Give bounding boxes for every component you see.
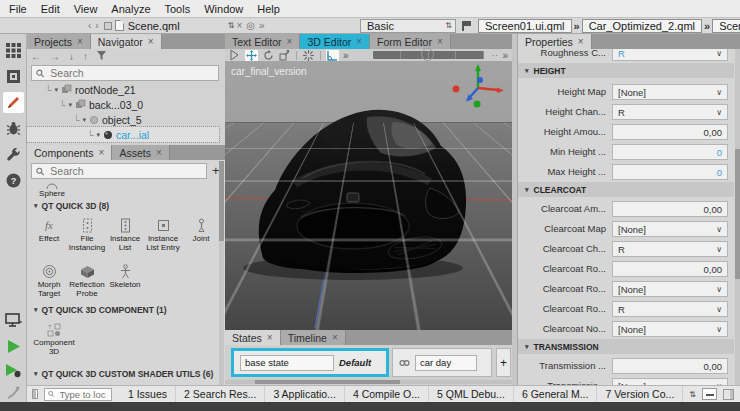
transmission-map-dropdown[interactable]: [None] ∨ [612,378,728,385]
output-pane-general-messages[interactable]: 6 General M... [514,386,598,402]
close-icon[interactable]: × [99,147,105,158]
snap-angle-icon[interactable] [326,50,339,61]
tree-item-car-material[interactable]: └ ▾ car...ial [27,127,219,142]
car-day-state-name-field[interactable] [415,355,477,371]
close-icon[interactable]: × [267,332,273,343]
back-icon[interactable]: ‹ [86,20,93,31]
locator-input[interactable] [58,388,108,401]
output-pane-application-output[interactable]: 3 Applicatio... [265,386,344,402]
car-model[interactable] [225,62,512,330]
slider-knob[interactable] [421,48,434,61]
close-icon[interactable]: × [148,36,154,47]
max-height-field[interactable]: 0 [612,164,728,180]
component-item-morph-target[interactable]: Morph Target [30,263,68,298]
axis-gizmo[interactable] [453,64,505,108]
debug-run-button[interactable] [3,360,24,381]
toolbar-overflow-icon[interactable]: » [343,50,350,61]
tab-timeline[interactable]: Timeline × [281,330,346,345]
move-tool-icon[interactable] [245,50,258,61]
tab-properties[interactable]: Properties × [518,34,592,49]
view-options-icon[interactable]: ∙∙ [492,51,498,60]
menu-tools[interactable]: Tools [158,2,198,16]
document-selector-arrows-icon[interactable]: ⇅ [228,21,235,30]
projects-mode-icon[interactable] [3,144,24,165]
component-item-effect[interactable]: fx Effect [30,217,68,243]
debug-mode-icon[interactable] [3,118,24,139]
height-channel-dropdown[interactable]: R ∨ [612,104,728,120]
properties-scrollbar[interactable] [735,49,740,385]
scale-tool-icon[interactable] [279,50,292,61]
section-height[interactable]: ▾ HEIGHT [518,63,734,78]
move-left-icon[interactable]: ← [31,51,41,62]
clearcoat-roughness-field[interactable]: 0,00 [612,261,728,277]
close-icon[interactable]: × [332,332,338,343]
style-selector[interactable]: Basic ⇅ [360,19,456,33]
component-item-sphere[interactable]: Sphere [30,181,74,198]
section-qt-quick-3d[interactable]: ▾ QT QUICK 3D (8) [34,201,109,211]
tab-components[interactable]: Components × [27,145,112,160]
breadcrumb-scene[interactable]: Scene.qml [712,19,740,33]
edit-mode-icon[interactable] [3,66,24,87]
menu-file[interactable]: File [2,2,34,16]
add-state-button[interactable]: + [496,348,511,377]
close-icon[interactable]: × [356,36,362,47]
menu-edit[interactable]: Edit [34,2,67,16]
menu-help[interactable]: Help [250,2,287,16]
filter-icon[interactable] [97,51,106,62]
move-right-icon[interactable]: → [50,51,60,62]
breadcrumb-car-optimized[interactable]: Car_Optimized_2.qml [582,19,702,33]
kit-selector-icon[interactable] [3,310,24,331]
3d-viewport[interactable]: car_final_version [225,62,512,330]
tab-states[interactable]: States × [225,330,281,345]
component-item-component-3d[interactable]: T Component 3D [30,321,78,356]
components-scrollbar[interactable] [219,161,224,385]
move-up-icon[interactable]: ↑ [83,51,88,62]
tab-navigator[interactable]: Navigator × [91,34,162,49]
tab-assets[interactable]: Assets × [112,145,169,160]
base-state-name-field[interactable] [240,355,334,371]
close-icon[interactable]: × [156,147,162,158]
menu-analyze[interactable]: Analyze [104,2,157,16]
component-item-reflection-probe[interactable]: Reflection Probe [68,263,106,298]
output-pane-version-control[interactable]: 7 Version Co... [597,386,683,402]
flag-icon[interactable] [462,21,471,31]
tab-projects[interactable]: Projects × [27,34,91,49]
height-amount-field[interactable]: 0,00 [612,124,728,140]
tab-form-editor[interactable]: Form Editor × [370,34,451,49]
build-progress-button[interactable] [702,388,717,400]
fit-view-icon[interactable] [302,50,315,61]
close-document-icon[interactable]: × [234,20,244,31]
output-pane-compile-output[interactable]: 4 Compile O... [345,386,429,402]
tree-item-object5[interactable]: └ ▾ object_5 [27,112,219,127]
min-height-field[interactable]: 0 [612,144,728,160]
component-item-skeleton[interactable]: Skeleton [106,263,144,289]
clearcoat-amount-field[interactable]: 0,00 [612,201,728,217]
design-mode-icon[interactable] [3,92,24,113]
output-pane-issues[interactable]: 1 Issues [120,386,176,402]
target-icon[interactable]: ◎ [244,20,257,31]
overflow-icon[interactable]: » [502,50,509,61]
welcome-mode-icon[interactable] [3,40,24,61]
menu-view[interactable]: View [67,2,105,16]
clearcoat-normal-map-dropdown[interactable]: [None] ∨ [612,321,728,337]
forward-icon[interactable]: › [93,20,100,31]
analyze-arrow-icon[interactable] [3,382,24,403]
sidebar-toggle-icon[interactable] [32,389,38,399]
section-transmission[interactable]: ▾ TRANSMISSION [518,339,734,354]
output-pane-search-results[interactable]: 2 Search Res... [176,386,265,402]
components-search-input[interactable] [48,164,202,178]
select-tool-icon[interactable] [228,50,241,61]
section-clearcoat[interactable]: ▾ CLEARCOAT [518,182,734,197]
component-item-joint[interactable]: Joint [182,217,220,243]
component-item-instance-list-entry[interactable]: Instance List Entry [144,217,182,252]
expander-icon[interactable]: ▾ [82,116,86,124]
clearcoat-roughness-map-dropdown[interactable]: [None] ∨ [612,281,728,297]
state-card-car-day[interactable] [392,348,492,377]
expander-icon[interactable]: ▾ [68,101,72,109]
tab-3d-editor[interactable]: 3D Editor × [300,34,370,49]
roughness-channel-dropdown[interactable]: R ∨ [612,49,728,61]
right-panel-toggle-icon[interactable] [723,389,734,400]
clearcoat-channel-dropdown[interactable]: R ∨ [612,241,728,257]
locator[interactable] [44,388,112,401]
close-icon[interactable]: × [578,36,584,47]
